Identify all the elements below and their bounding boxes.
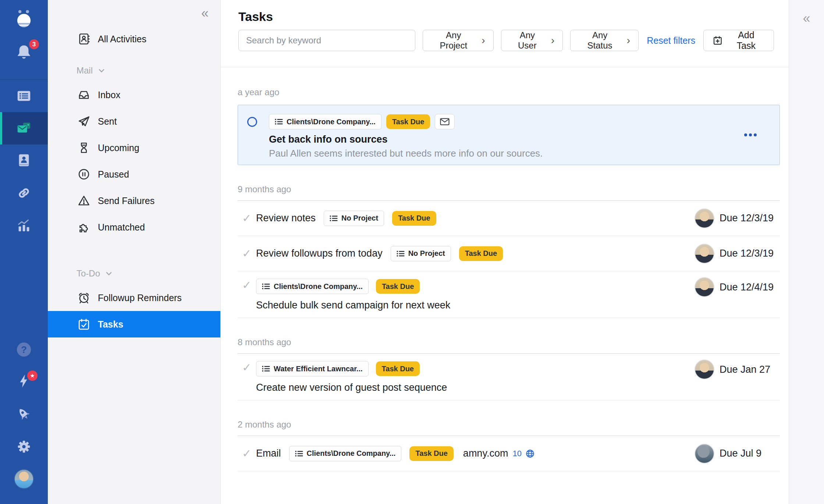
project-chip-label: No Project (341, 214, 378, 222)
project-chip[interactable]: Clients\Drone Company... (289, 446, 402, 461)
globe-icon[interactable] (525, 449, 535, 458)
sidebar-item-label: Tasks (98, 319, 123, 330)
rail-item-link[interactable] (0, 177, 48, 209)
rail-item-campaigns[interactable] (0, 112, 48, 144)
app-logo-icon[interactable] (13, 8, 35, 29)
project-chip[interactable]: No Project (324, 211, 384, 226)
search-input[interactable] (238, 30, 415, 51)
status-badge: Task Due (409, 446, 453, 461)
alarm-clock-icon (77, 291, 90, 304)
sidebar-item-label: Upcoming (98, 143, 139, 153)
user-avatar (14, 469, 34, 489)
sidebar-item-unmatched[interactable]: Unmatched (48, 214, 220, 240)
project-chip[interactable]: Clients\Drone Company... (256, 279, 369, 294)
sidebar-item-paused[interactable]: Paused (48, 161, 220, 187)
status-badge: Task Due (392, 211, 436, 226)
task-row[interactable]: ✓ Review notes No Project Task Due Due 1… (238, 201, 780, 236)
right-panel-collapse-icon[interactable]: « (803, 12, 810, 25)
app-rail: 3 (0, 0, 48, 504)
chevron-right-icon: › (627, 35, 630, 46)
page-title: Tasks (238, 10, 774, 24)
sidebar-item-label: Send Failures (98, 196, 154, 206)
sidebar-item-tasks[interactable]: Tasks (48, 311, 220, 337)
filter-label: Any Status (579, 30, 621, 51)
row-divider (238, 400, 780, 400)
task-row[interactable]: ✓ Email Clients\Drone Company... Task Du… (238, 436, 780, 471)
inbox-icon (77, 88, 90, 101)
page-header: Tasks Any Project › Any User › Any Statu… (221, 0, 789, 67)
notifications-button[interactable]: 3 (14, 43, 33, 62)
task-row[interactable]: ✓ Review followups from today No Project… (238, 236, 780, 271)
checkmark-icon[interactable]: ✓ (242, 247, 256, 260)
sidebar-item-all-activities[interactable]: All Activities (48, 26, 220, 52)
task-title: Review followups from today (256, 248, 383, 259)
recipient-domain[interactable]: amny.com (463, 448, 508, 459)
sidebar-item-label: All Activities (98, 34, 146, 44)
project-chip[interactable]: No Project (391, 246, 451, 261)
campaigns-icon (15, 120, 32, 137)
task-title: Schedule bulk send campaign for next wee… (256, 300, 450, 311)
chevron-right-icon: › (551, 35, 554, 46)
user-menu-button[interactable] (0, 463, 48, 495)
settings-button[interactable] (0, 430, 48, 463)
whats-new-button[interactable]: ★ (0, 366, 48, 398)
featured-task-card[interactable]: Clients\Drone Company... Task Due Get ba… (238, 105, 780, 165)
group-header: 8 months ago (238, 337, 780, 347)
rail-item-contacts[interactable] (0, 144, 48, 177)
checkmark-icon[interactable]: ✓ (242, 279, 256, 292)
sidebar-item-send-failures[interactable]: Send Failures (48, 187, 220, 214)
list-icon (397, 250, 405, 257)
sidebar-item-label: Inbox (98, 90, 120, 100)
upgrade-button[interactable] (0, 398, 48, 430)
list-icon (262, 283, 270, 290)
puzzle-icon (77, 221, 90, 234)
filter-any-user[interactable]: Any User › (501, 30, 563, 51)
rail-item-queue[interactable] (0, 80, 48, 112)
filter-any-project[interactable]: Any Project › (423, 30, 493, 51)
checkmark-icon[interactable]: ✓ (242, 447, 256, 460)
checkmark-icon[interactable]: ✓ (242, 212, 256, 225)
list-icon (295, 450, 303, 457)
task-menu-button[interactable] (742, 131, 759, 139)
group-header: a year ago (238, 87, 780, 97)
add-task-button[interactable]: Add Task (703, 30, 774, 51)
recipient-count[interactable]: 10 (512, 449, 521, 458)
contacts-icon (15, 152, 32, 169)
hourglass-icon (77, 141, 90, 154)
task-complete-radio[interactable] (247, 117, 257, 127)
sidebar-item-followup-reminders[interactable]: Followup Reminders (48, 285, 220, 311)
sidebar-collapse-icon[interactable]: « (201, 7, 209, 20)
filter-any-status[interactable]: Any Status › (570, 30, 639, 51)
task-row[interactable]: ✓ Clients\Drone Company... Task Due Sche… (238, 271, 780, 318)
calendar-check-icon (77, 318, 90, 331)
main-panel: Tasks Any Project › Any User › Any Statu… (221, 0, 789, 504)
group-header: 9 months ago (238, 184, 780, 194)
assignee-avatar (695, 244, 714, 264)
assignee-avatar (695, 444, 714, 464)
rocket-icon (15, 406, 32, 423)
help-button[interactable]: ? (0, 333, 48, 366)
address-book-icon (77, 32, 90, 46)
nav-sidebar: « All Activities Mail Inbox (48, 0, 221, 504)
list-icon (275, 118, 283, 125)
checkmark-icon[interactable]: ✓ (242, 361, 256, 374)
project-chip[interactable]: Clients\Drone Company... (269, 114, 381, 129)
reset-filters-link[interactable]: Reset filters (647, 35, 695, 46)
due-date: Due 12/3/19 (720, 248, 774, 259)
task-row[interactable]: ✓ Water Efficient Lawncar... Task Due Cr… (238, 354, 780, 400)
status-badge: Task Due (376, 361, 420, 376)
filter-label: Any User (509, 30, 545, 51)
email-button[interactable] (435, 114, 455, 129)
rail-item-reports[interactable] (0, 209, 48, 242)
sidebar-item-inbox[interactable]: Inbox (48, 82, 220, 108)
section-todo[interactable]: To-Do (48, 268, 220, 279)
sidebar-item-sent[interactable]: Sent (48, 108, 220, 135)
section-mail[interactable]: Mail (48, 65, 220, 76)
due-date: Due Jul 9 (720, 448, 761, 459)
sidebar-item-label: Unmatched (98, 222, 145, 233)
chevron-right-icon: › (482, 35, 485, 46)
list-icon (330, 215, 338, 222)
sidebar-item-upcoming[interactable]: Upcoming (48, 135, 220, 161)
task-type-label: Email (256, 448, 281, 459)
project-chip[interactable]: Water Efficient Lawncar... (256, 361, 369, 376)
